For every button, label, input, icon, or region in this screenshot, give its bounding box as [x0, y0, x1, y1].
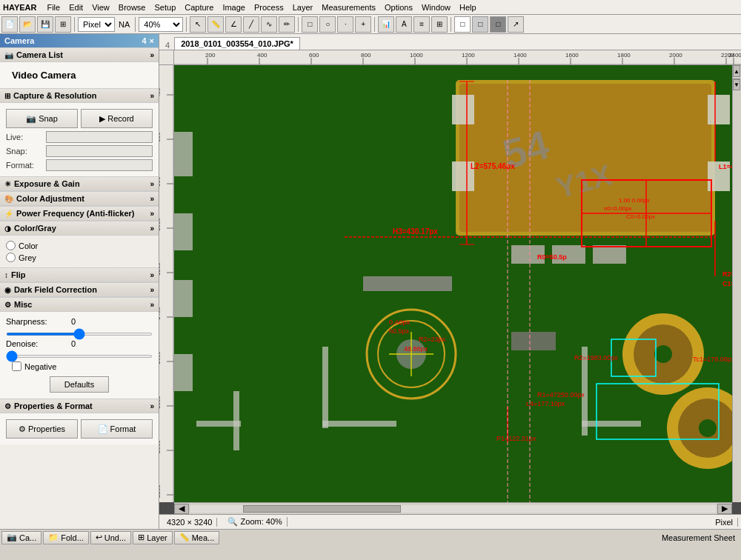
align-btn[interactable]: ≡ [413, 16, 430, 33]
pen-btn[interactable]: ✏ [279, 16, 295, 33]
denoise-slider[interactable] [6, 355, 153, 358]
menu-options[interactable]: Options [380, 1, 417, 13]
color-adj-section[interactable]: 🎨 Color Adjustment » [0, 191, 159, 206]
gray-radio[interactable] [6, 253, 16, 262]
menu-view[interactable]: View [87, 1, 114, 13]
image-tab[interactable]: 2018_0101_003554_010.JPG* [174, 37, 300, 50]
layer-taskbar-icon: ⊞ [138, 533, 144, 542]
left-panel: Camera 4 × 📷 Camera List » Video Camera … [0, 34, 159, 529]
collapse-camera-list[interactable]: » [150, 51, 154, 59]
capture-resolution-section[interactable]: ⊞ Capture & Resolution » [0, 88, 159, 103]
scrollbar-horizontal[interactable]: ◀ ▶ [174, 502, 732, 514]
format-input[interactable] [46, 159, 153, 171]
format-button[interactable]: 📄 Format [81, 419, 153, 439]
curve-btn[interactable]: ∿ [261, 16, 277, 33]
collapse-color-gray[interactable]: » [150, 224, 154, 233]
menu-layer[interactable]: Layer [288, 1, 318, 13]
taskbar-camera[interactable]: 📷 Ca... [1, 531, 41, 544]
svg-rect-82 [511, 332, 556, 350]
color2-btn[interactable]: □ [472, 16, 488, 33]
menu-edit[interactable]: Edit [64, 1, 87, 13]
close-btn[interactable]: × [150, 36, 154, 45]
scrollbar-vertical[interactable]: ▲ ▼ [732, 65, 741, 502]
measure-btn[interactable]: 📏 [207, 16, 224, 33]
grid-btn[interactable]: ⊞ [55, 16, 71, 33]
flip-icon: ↕ [4, 271, 8, 279]
dot-btn[interactable]: · [337, 16, 353, 33]
collapse-dark-field[interactable]: » [150, 286, 154, 294]
taskbar-layer[interactable]: ⊞ Layer [133, 531, 173, 544]
flip-section[interactable]: ↕ Flip » [0, 267, 159, 282]
defaults-button[interactable]: Defaults [50, 376, 109, 393]
svg-text:R0=50.5p: R0=50.5p [537, 253, 567, 261]
svg-text:n0=0.00px: n0=0.00px [604, 205, 632, 212]
taskbar: 📷 Ca... 📁 Fold... ↩ Und... ⊞ Layer 📏 Mea… [0, 529, 741, 545]
camera-list-section[interactable]: 📷 Camera List » [0, 47, 159, 62]
properties-button[interactable]: ⚙ Properties [6, 419, 78, 439]
menu-setup[interactable]: Setup [150, 1, 181, 13]
color-gray-section[interactable]: ◑ Color/Gray » [0, 221, 159, 236]
text-btn[interactable]: A [396, 16, 412, 33]
collapse-exposure[interactable]: » [150, 180, 154, 188]
pixel-status: Pixel [711, 518, 738, 527]
negative-checkbox[interactable] [12, 361, 21, 371]
menu-file[interactable]: File [42, 1, 64, 13]
video-camera-label: Video Camera [6, 65, 153, 85]
collapse-color-adj[interactable]: » [150, 195, 154, 203]
open-btn[interactable]: 📂 [19, 16, 36, 33]
props-format-section[interactable]: ⚙ Properties & Format » [0, 399, 159, 413]
circle-btn[interactable]: ○ [319, 16, 336, 33]
save-btn[interactable]: 💾 [37, 16, 53, 33]
undo-taskbar-icon: ↩ [96, 533, 102, 542]
cross-btn[interactable]: + [355, 16, 371, 33]
menu-measurements[interactable]: Measurements [317, 1, 380, 13]
svg-text:0.A0px: 0.A0px [389, 319, 411, 326]
line-btn[interactable]: ╱ [243, 16, 259, 33]
panel-title: Camera [4, 36, 34, 45]
taskbar-mea[interactable]: 📏 Mea... [174, 531, 220, 544]
zoom-select[interactable]: 40% [139, 17, 183, 32]
collapse-capture[interactable]: » [150, 92, 154, 100]
taskbar-undo[interactable]: ↩ Und... [90, 531, 131, 544]
image-container[interactable]: 200 400 600 800 1000 1200 1400 1600 [159, 50, 741, 514]
snap-input[interactable] [46, 145, 153, 157]
live-row: Live: [6, 131, 153, 143]
exposure-section[interactable]: ☀ Exposure & Gain » [0, 176, 159, 191]
zoom-status: 🔍 Zoom: 40% [223, 517, 287, 527]
collapse-power[interactable]: » [150, 210, 154, 218]
taskbar-folder[interactable]: 📁 Fold... [43, 531, 89, 544]
svg-rect-55 [174, 280, 193, 317]
sharpness-slider[interactable] [6, 333, 153, 336]
square-btn[interactable]: □ [302, 16, 318, 33]
pixel-select[interactable]: Pixel [78, 17, 115, 32]
collapse-misc[interactable]: » [150, 301, 154, 309]
angle-btn[interactable]: ∠ [225, 16, 242, 33]
snap-button[interactable]: 📷 Snap [6, 109, 78, 128]
misc-section[interactable]: ⚙ Misc » [0, 297, 159, 312]
menu-window[interactable]: Window [417, 1, 455, 13]
folder-taskbar-label: Fold... [61, 533, 84, 542]
menu-image[interactable]: Image [218, 1, 250, 13]
table-btn[interactable]: ⊞ [431, 16, 448, 33]
dark-field-section[interactable]: ◉ Dark Field Correction » [0, 282, 159, 297]
color3-btn[interactable]: □ [490, 16, 506, 33]
record-icon: ▶ [99, 114, 105, 124]
menu-process[interactable]: Process [250, 1, 288, 13]
chart-btn[interactable]: 📊 [378, 16, 394, 33]
new-btn[interactable]: 📄 [1, 16, 18, 33]
pin-btn[interactable]: 4 [142, 36, 146, 45]
color1-btn[interactable]: □ [454, 16, 471, 33]
svg-rect-53 [174, 132, 193, 176]
menu-capture[interactable]: Capture [180, 1, 218, 13]
menu-browse[interactable]: Browse [114, 1, 150, 13]
menu-help[interactable]: Help [455, 1, 481, 13]
collapse-flip[interactable]: » [150, 271, 154, 279]
color-radio[interactable] [6, 241, 16, 250]
collapse-props[interactable]: » [150, 402, 154, 410]
export-btn[interactable]: ↗ [508, 16, 524, 33]
live-input[interactable] [46, 131, 153, 143]
record-button[interactable]: ▶ Record [81, 109, 153, 128]
sep3 [186, 17, 187, 32]
arrow-btn[interactable]: ↖ [190, 16, 206, 33]
power-freq-section[interactable]: ⚡ Power Frequency (Anti-flicker) » [0, 206, 159, 221]
